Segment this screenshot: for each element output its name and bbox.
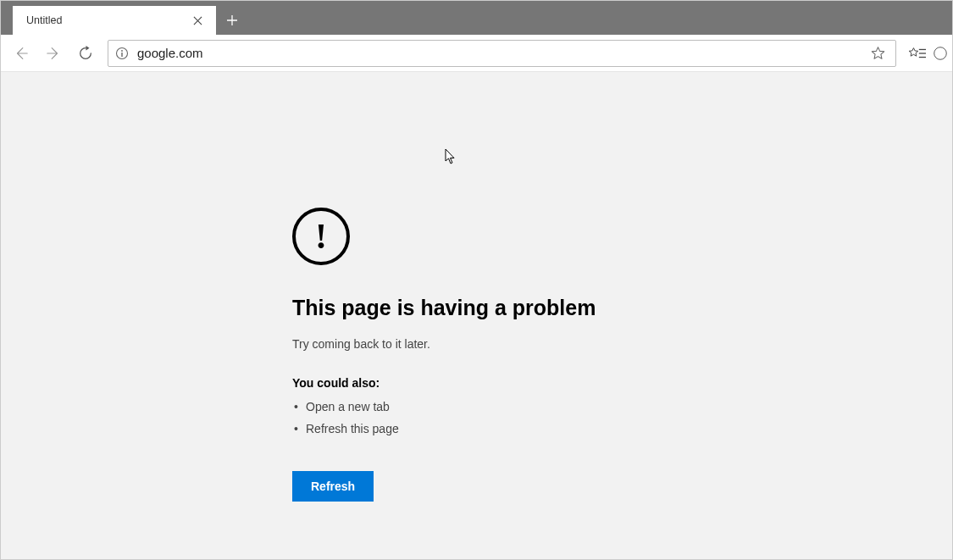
suggestion-list: Open a new tab Refresh this page [292,400,665,435]
list-item: Open a new tab [294,400,665,413]
alert-icon: ! [292,208,350,265]
svg-point-6 [934,47,947,59]
close-icon[interactable] [187,10,208,30]
favorites-list-icon[interactable] [903,38,932,69]
page-content: ! This page is having a problem Try comi… [1,72,952,559]
browser-tab[interactable]: Untitled [13,6,216,35]
error-heading: This page is having a problem [292,296,665,320]
svg-rect-2 [121,53,122,57]
back-button[interactable] [6,38,36,69]
suggestions-label: You could also: [292,376,665,390]
reload-button[interactable] [70,38,101,69]
url-input[interactable] [137,46,859,60]
error-subtext: Try coming back to it later. [292,337,665,351]
mouse-cursor-icon [445,148,457,169]
new-tab-button[interactable] [216,6,248,35]
tab-strip: Untitled [1,1,952,35]
refresh-button[interactable]: Refresh [292,471,374,502]
browser-window: Untitled [0,0,953,560]
address-bar[interactable] [108,40,896,67]
info-icon[interactable] [115,47,129,60]
svg-point-1 [121,50,123,52]
favorite-star-icon[interactable] [867,46,889,60]
tab-title: Untitled [26,14,187,26]
forward-button[interactable] [38,38,69,69]
profile-icon[interactable] [934,38,947,69]
toolbar [1,35,952,72]
error-panel: ! This page is having a problem Try comi… [292,208,665,502]
list-item: Refresh this page [294,422,665,435]
